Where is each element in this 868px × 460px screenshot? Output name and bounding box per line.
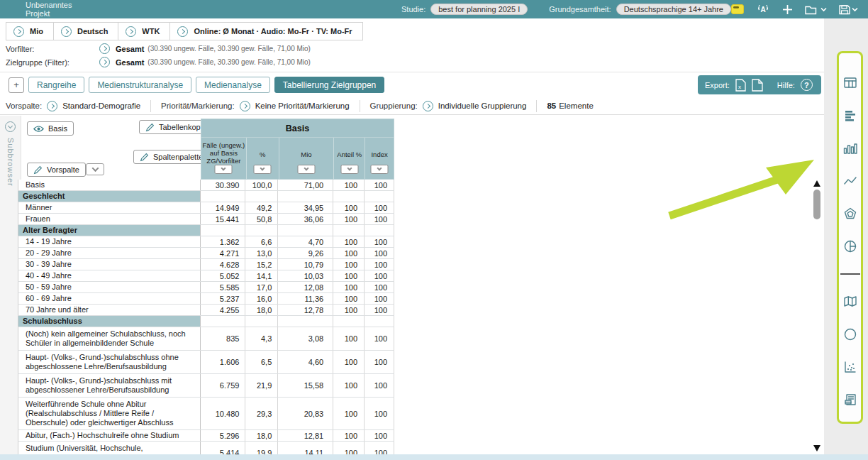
table-row[interactable]: 30 - 39 Jahre4.62815,210,79100100: [18, 259, 394, 270]
table-row[interactable]: Frauen15.44150,836,06100100: [18, 214, 394, 225]
tab-rangreihe[interactable]: Rangreihe: [28, 77, 84, 93]
row-value: [245, 191, 278, 202]
segment-wtk[interactable]: WTK: [118, 22, 170, 40]
eye-icon: [33, 125, 44, 133]
radar-chart-icon[interactable]: [843, 207, 857, 221]
segment-mio[interactable]: Mio: [6, 22, 54, 40]
broadcast-icon[interactable]: A: [756, 4, 770, 15]
column-dropdown-button[interactable]: [254, 165, 272, 174]
chevron-circle-icon[interactable]: [99, 43, 110, 54]
row-value: 18,0: [245, 430, 278, 441]
segment-online[interactable]: Online: Ø Monat · Audio: Mo-Fr · TV: Mo-…: [169, 22, 362, 40]
table-row[interactable]: Abitur, (Fach-) Hochschulreife ohne Stud…: [18, 430, 394, 442]
vorspalte-button[interactable]: Vorspalte: [27, 163, 86, 177]
pencil-icon: [145, 123, 155, 132]
pencil-icon: [33, 165, 43, 175]
table-row[interactable]: 20 - 29 Jahre4.27113,09,26100100: [18, 248, 394, 259]
zielgruppe-label: Zielgruppe (Filter):: [6, 58, 99, 67]
map-icon[interactable]: [843, 295, 857, 309]
prioritaet-option[interactable]: Priorität/Markierung: Keine Priorität/Ma…: [151, 100, 360, 112]
chevron-circle-icon: [13, 26, 24, 37]
help-icon[interactable]: ?: [801, 79, 813, 91]
row-value: 5.585: [201, 282, 245, 292]
chevron-circle-icon[interactable]: [99, 57, 110, 67]
column-dropdown-button[interactable]: [215, 165, 233, 174]
row-value: 5.052: [201, 270, 245, 281]
column-dropdown-button[interactable]: [340, 165, 358, 174]
option-value: Standard-Demografie: [62, 102, 140, 110]
add-icon[interactable]: [782, 4, 793, 15]
row-value: 36,06: [278, 214, 333, 224]
studie-badge[interactable]: best for planning 2025 I: [430, 4, 528, 15]
line-chart-icon[interactable]: [843, 174, 857, 188]
report-icon[interactable]: [843, 393, 857, 407]
open-folder-icon[interactable]: [805, 4, 827, 15]
column-dropdown-button[interactable]: [371, 165, 389, 174]
elements-count: 85 Elemente: [537, 102, 603, 110]
grundgesamtheit-badge[interactable]: Deutschsprachige 14+ Jahre: [616, 4, 731, 15]
scroll-up-arrow[interactable]: [813, 180, 820, 187]
row-value: [278, 316, 333, 327]
table-row[interactable]: 14 - 19 Jahre1.3626,64,70100100: [18, 236, 394, 248]
hbar-chart-icon[interactable]: [843, 109, 857, 123]
row-value: 34,95: [278, 202, 333, 213]
row-value: 100: [333, 259, 365, 270]
table-row[interactable]: 60 - 69 Jahre5.23716,011,36100100: [18, 293, 394, 305]
chevron-circle-icon: [126, 26, 136, 37]
table-row[interactable]: Weiterführende Schule ohne Abitur (Reals…: [18, 398, 394, 430]
table-row[interactable]: 70 Jahre und älter4.25518,012,78100100: [18, 305, 394, 316]
scrollbar-thumb[interactable]: [813, 190, 820, 219]
circle-chart-icon[interactable]: [843, 327, 857, 341]
table-row[interactable]: Haupt- (Volks-, Grund-)schulabschluss oh…: [18, 351, 394, 374]
doughnut-chart-icon[interactable]: [843, 239, 857, 253]
table-row[interactable]: Männer14.94949,234,95100100: [18, 202, 394, 214]
table-section-row[interactable]: Geschlecht: [18, 191, 394, 202]
row-value: 3,08: [278, 327, 333, 350]
table-row[interactable]: Basis30.390100,071,00100100: [18, 180, 394, 191]
tabellenkopf-button[interactable]: Tabellenkopf: [139, 120, 209, 134]
row-value: 100: [333, 180, 365, 190]
row-value: 10,79: [278, 259, 333, 270]
row-value: 100: [365, 180, 394, 190]
table-section-row[interactable]: Schulabschluss: [18, 316, 394, 327]
pencil-icon: [140, 153, 149, 162]
subbrowser-expand-icon[interactable]: [5, 121, 16, 132]
row-value: 100: [365, 398, 394, 429]
table-section-row[interactable]: Alter Befragter: [18, 225, 394, 236]
row-value: 11,36: [278, 293, 333, 304]
gruppierung-option[interactable]: Gruppierung: Individuelle Gruppierung: [360, 100, 538, 112]
table-row[interactable]: Studium (Universität, Hochschule, Fachho…: [18, 442, 394, 456]
table-chart-icon[interactable]: [843, 76, 857, 90]
row-value: 20,83: [278, 398, 333, 429]
tab-medienstrukturanalyse[interactable]: Medienstrukturanalyse: [89, 77, 191, 93]
chevron-down-icon: [221, 166, 226, 171]
basis-button[interactable]: Basis: [27, 121, 74, 136]
column-chart-icon[interactable]: [843, 141, 857, 155]
tab-medienanalyse[interactable]: Medienanalyse: [196, 77, 270, 93]
row-label: Basis: [18, 180, 201, 190]
project-card-icon[interactable]: [731, 4, 744, 14]
save-icon[interactable]: [839, 4, 858, 15]
row-value: 100: [333, 248, 365, 258]
segment-deutsch[interactable]: Deutsch: [53, 22, 118, 40]
add-tab-button[interactable]: +: [9, 77, 24, 93]
vorspalte-option[interactable]: Vorspalte: Standard-Demografie: [0, 100, 151, 112]
table-row[interactable]: Haupt- (Volks-, Grund-)schulabschluss mi…: [18, 374, 394, 398]
row-value: 100: [365, 202, 394, 213]
spaltenpalette-button[interactable]: Spaltenpalette: [133, 150, 209, 164]
scatter-chart-icon[interactable]: [843, 360, 857, 374]
table-row[interactable]: (Noch) kein allgemeiner Schulabschluss, …: [18, 327, 394, 351]
row-label: 14 - 19 Jahre: [18, 236, 201, 247]
column-dropdown-button[interactable]: [297, 165, 315, 174]
export-excel-icon[interactable]: x: [735, 79, 746, 92]
table-row[interactable]: 50 - 59 Jahre5.58517,012,08100100: [18, 282, 394, 293]
row-value: 10,03: [278, 270, 333, 281]
grundgesamtheit-label: Grundgesamtheit:: [549, 5, 611, 13]
export-document-icon[interactable]: [752, 79, 763, 92]
scroll-down-arrow[interactable]: [813, 445, 820, 451]
row-value: 30.390: [201, 180, 245, 190]
tab-tabellierung-zielgruppen[interactable]: Tabellierung Zielgruppen: [274, 77, 384, 93]
vorspalte-dropdown-button[interactable]: [86, 163, 104, 175]
row-label: Weiterführende Schule ohne Abitur (Reals…: [18, 398, 201, 429]
table-row[interactable]: 40 - 49 Jahre5.05214,110,03100100: [18, 270, 394, 282]
